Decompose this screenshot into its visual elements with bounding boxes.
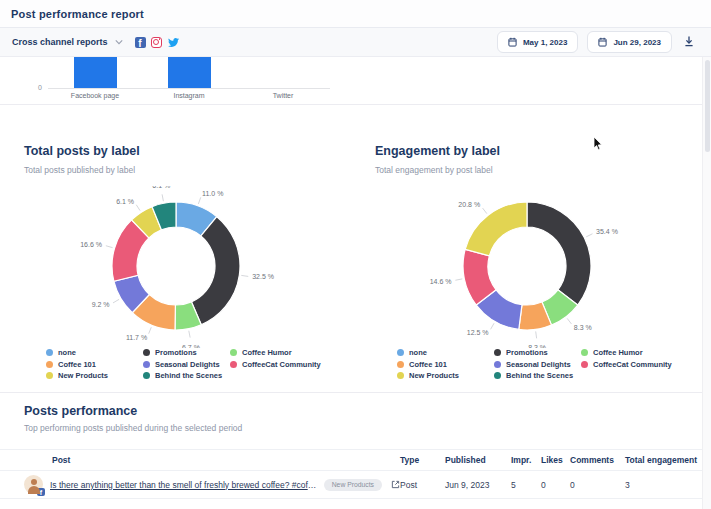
cell-likes: 0 [541, 480, 570, 490]
instagram-icon[interactable] [151, 37, 162, 48]
column-header-post: Post [0, 455, 400, 465]
chevron-down-icon [115, 39, 123, 45]
date-from-picker[interactable]: May 1, 2023 [497, 31, 578, 53]
bar-instagram[interactable] [168, 57, 211, 88]
legend-item-coffeecat-community[interactable]: CoffeeCat Community [581, 360, 678, 369]
y-axis-tick-0: 0 [30, 84, 42, 91]
legend-item-seasonal-delights[interactable]: Seasonal Delights [143, 360, 230, 369]
facebook-icon[interactable] [135, 37, 146, 48]
report-type-selector[interactable]: Cross channel reports [12, 37, 123, 47]
section-title: Posts performance [24, 404, 702, 418]
legend-color-dot [494, 361, 501, 368]
legend-item-none[interactable]: none [46, 348, 143, 357]
page-title: Post performance report [11, 8, 144, 20]
donut-slice-promotions[interactable] [527, 202, 591, 305]
legend-item-new-products[interactable]: New Products [46, 371, 143, 380]
posts-performance-section: Posts performance Top performing posts p… [0, 393, 702, 509]
date-to-value: Jun 29, 2023 [613, 38, 661, 47]
post-link[interactable]: Is there anything better than the smell … [50, 480, 317, 490]
table-row[interactable]: Is there anything better than the smell … [0, 471, 702, 499]
engagement-by-label-card: Engagement by label Total engagement by … [351, 106, 702, 392]
legend-item-new-products[interactable]: New Products [397, 371, 494, 380]
x-axis-line [48, 88, 330, 89]
legend-color-dot [581, 349, 588, 356]
avatar [24, 475, 43, 494]
legend-item-promotions[interactable]: Promotions [494, 348, 581, 357]
column-header-type: Type [400, 455, 445, 465]
date-from-value: May 1, 2023 [523, 38, 567, 47]
label-charts-section: Total posts by label Total posts publish… [0, 106, 702, 393]
column-header-published: Published [445, 455, 511, 465]
label-badge: New Products [324, 479, 382, 491]
legend-color-dot [143, 361, 150, 368]
facebook-badge-icon [37, 488, 45, 496]
legend-label: CoffeeCat Community [242, 360, 321, 369]
donut-percent-label: 14.6 % [429, 278, 451, 285]
scrollbar-track[interactable] [702, 57, 711, 509]
donut-percent-label: 11.0 % [202, 190, 223, 197]
chart-legend: noneCoffee 101New ProductsPromotionsSeas… [397, 348, 702, 380]
legend-label: none [58, 348, 76, 357]
legend-item-behind-the-scenes[interactable]: Behind the Scenes [494, 371, 581, 380]
card-title: Total posts by label [24, 144, 351, 159]
download-icon [683, 36, 695, 47]
legend-color-dot [581, 361, 588, 368]
legend-item-coffee-101[interactable]: Coffee 101 [46, 360, 143, 369]
legend-item-none[interactable]: none [397, 348, 494, 357]
scrollbar-thumb[interactable] [705, 60, 710, 152]
legend-color-dot [143, 372, 150, 379]
donut-percent-label: 11.7 % [125, 334, 146, 341]
twitter-icon[interactable] [167, 37, 180, 48]
external-link-icon[interactable] [391, 480, 400, 489]
donut-percent-label: 35.4 % [596, 228, 618, 235]
legend-label: Coffee Humor [593, 348, 643, 357]
donut-percent-label: 16.6 % [80, 241, 102, 248]
legend-label: Seasonal Delights [155, 360, 220, 369]
card-subtitle: Total posts published by label [24, 165, 351, 176]
legend-label: Promotions [155, 348, 197, 357]
column-header-likes: Likes [541, 455, 570, 465]
column-header-impressions: Impr. [511, 455, 541, 465]
donut-slice-new-products[interactable] [465, 202, 527, 256]
legend-label: Seasonal Delights [506, 360, 571, 369]
legend-item-coffeecat-community[interactable]: CoffeeCat Community [230, 360, 327, 369]
category-label-twitter: Twitter [273, 92, 294, 99]
legend-item-coffee-humor[interactable]: Coffee Humor [230, 348, 327, 357]
download-report-button[interactable] [681, 33, 697, 52]
total-posts-donut-chart: 11.0 %32.5 %6.7 %11.7 %9.2 %16.6 %6.1 %6… [11, 186, 341, 348]
calendar-icon [508, 37, 517, 47]
legend-label: Coffee Humor [242, 348, 292, 357]
legend-item-seasonal-delights[interactable]: Seasonal Delights [494, 360, 581, 369]
date-to-picker[interactable]: Jun 29, 2023 [587, 31, 672, 53]
donut-percent-label: 6.1 % [152, 186, 170, 189]
legend-color-dot [46, 372, 53, 379]
cell-impressions: 5 [511, 480, 541, 490]
legend-color-dot [143, 349, 150, 356]
toolbar-right-group: May 1, 2023 Jun 29, 2023 [497, 31, 699, 53]
column-header-comments: Comments [570, 455, 625, 465]
legend-color-dot [397, 361, 404, 368]
channel-bar-chart: 0 Facebook pageInstagramTwitter [0, 57, 702, 105]
cell-total-engagement: 3 [625, 480, 702, 490]
legend-label: New Products [409, 371, 459, 380]
legend-item-promotions[interactable]: Promotions [143, 348, 230, 357]
column-header-total-engagement: Total engagement [625, 455, 702, 465]
legend-label: Behind the Scenes [155, 371, 222, 380]
donut-percent-label: 8.3 % [573, 324, 591, 331]
donut-percent-label: 12.5 % [466, 329, 488, 336]
legend-color-dot [494, 349, 501, 356]
cell-published: Jun 9, 2023 [445, 480, 511, 490]
legend-item-coffee-humor[interactable]: Coffee Humor [581, 348, 678, 357]
calendar-icon [598, 37, 607, 47]
category-label-instagram: Instagram [173, 92, 204, 99]
donut-percent-label: 9.2 % [91, 301, 109, 308]
card-subtitle: Total engagement by post label [375, 165, 702, 176]
legend-item-coffee-101[interactable]: Coffee 101 [397, 360, 494, 369]
legend-label: CoffeeCat Community [593, 360, 672, 369]
bar-facebook-page[interactable] [74, 57, 117, 88]
legend-item-behind-the-scenes[interactable]: Behind the Scenes [143, 371, 230, 380]
category-label-facebook-page: Facebook page [71, 92, 119, 99]
page-header: Post performance report [0, 0, 711, 28]
legend-color-dot [230, 349, 237, 356]
table-header-row: Post Type Published Impr. Likes Comments… [0, 449, 702, 471]
